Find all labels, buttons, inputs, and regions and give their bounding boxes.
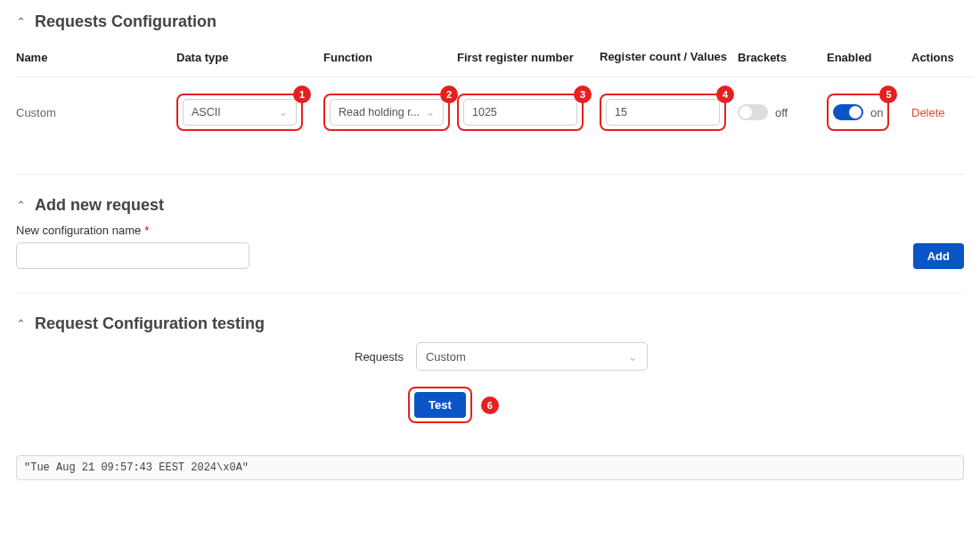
register-count-input[interactable]: 15: [606, 99, 720, 126]
col-function: Function: [323, 40, 457, 78]
cell-name: Custom: [16, 90, 176, 139]
section-testing[interactable]: ⌃ Request Configuration testing: [16, 311, 964, 342]
section-requests-config[interactable]: ⌃ Requests Configuration: [16, 9, 964, 40]
highlight-1: ASCII ⌄ 1: [176, 94, 303, 131]
requests-selected: Custom: [426, 350, 466, 363]
col-brackets: Brackets: [738, 40, 827, 78]
badge-2: 2: [440, 86, 458, 103]
brackets-toggle[interactable]: [738, 104, 768, 120]
divider: [16, 174, 964, 175]
first-register-value: 1025: [472, 106, 497, 118]
new-config-input[interactable]: [16, 242, 249, 269]
function-select[interactable]: Read holding r... ⌄: [330, 99, 444, 126]
highlight-2: Read holding r... ⌄ 2: [323, 94, 450, 131]
requests-table: Name Data type Function First register n…: [16, 40, 964, 151]
requests-select[interactable]: Custom ⌄: [416, 342, 648, 371]
section-add-new[interactable]: ⌃ Add new request: [16, 192, 964, 224]
section-title: Requests Configuration: [35, 12, 216, 31]
section-title: Add new request: [35, 196, 164, 215]
badge-5: 5: [879, 86, 897, 103]
highlight-5: on 5: [827, 94, 889, 131]
badge-6: 6: [481, 396, 499, 414]
brackets-state: off: [775, 106, 788, 119]
test-button[interactable]: Test: [414, 392, 466, 418]
highlight-3: 1025 3: [457, 94, 584, 131]
cell-function: Read holding r... ⌄ 2: [323, 78, 457, 151]
badge-1: 1: [293, 86, 311, 103]
divider: [16, 292, 964, 293]
chevron-up-icon: ⌃: [16, 199, 26, 212]
chevron-down-icon: ⌄: [426, 106, 435, 118]
cell-first-reg: 1025 3: [457, 78, 600, 151]
add-button[interactable]: Add: [913, 243, 964, 269]
col-first-reg: First register number: [457, 40, 600, 78]
register-count-value: 15: [615, 106, 627, 118]
first-register-input[interactable]: 1025: [463, 99, 577, 126]
function-value: Read holding r...: [339, 106, 420, 118]
col-enabled: Enabled: [827, 40, 911, 78]
required-star: *: [144, 224, 149, 237]
data-type-select[interactable]: ASCII ⌄: [183, 99, 297, 126]
cell-data-type: ASCII ⌄ 1: [176, 78, 323, 151]
data-type-value: ASCII: [192, 106, 221, 118]
col-reg-count: Register count / Values: [600, 40, 738, 78]
requests-label: Requests: [355, 350, 404, 363]
col-data-type: Data type: [176, 40, 323, 78]
log-output: "Tue Aug 21 09:57:43 EEST 2024\x0A": [16, 455, 964, 480]
cell-brackets: off: [738, 83, 827, 145]
badge-4: 4: [716, 86, 734, 103]
chevron-up-icon: ⌃: [16, 15, 26, 29]
chevron-up-icon: ⌃: [16, 317, 26, 331]
chevron-down-icon: ⌄: [628, 350, 638, 363]
badge-3: 3: [574, 86, 592, 103]
chevron-down-icon: ⌄: [279, 106, 288, 118]
cell-enabled: on 5: [827, 78, 911, 151]
cell-reg-count: 15 4: [600, 78, 738, 151]
highlight-6: Test 6: [408, 387, 472, 423]
col-name: Name: [16, 40, 176, 78]
delete-link[interactable]: Delete: [911, 106, 945, 119]
highlight-4: 15 4: [600, 94, 726, 131]
section-title: Request Configuration testing: [35, 314, 265, 333]
new-config-label: New configuration name*: [16, 224, 249, 237]
cell-actions: Delete: [911, 90, 974, 139]
enabled-state: on: [870, 106, 883, 119]
col-actions: Actions: [911, 40, 974, 78]
enabled-toggle[interactable]: [833, 104, 863, 120]
